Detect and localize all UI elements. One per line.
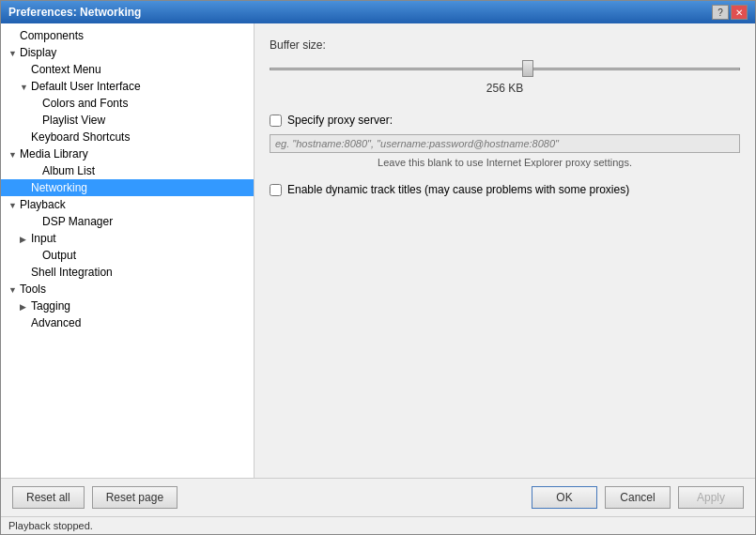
sidebar-item-playback[interactable]: ▼Playback	[1, 196, 254, 213]
buffer-section: Buffer size: 256 KB	[270, 38, 740, 95]
sidebar-item-default-ui[interactable]: ▼Default User Interface	[1, 78, 254, 95]
tree-arrow: ▼	[8, 201, 20, 210]
tree-label: Components	[20, 29, 84, 42]
slider-container: 256 KB	[270, 59, 740, 95]
right-panel: Buffer size: 256 KB Specify p	[255, 23, 755, 478]
bottom-bar: Reset all Reset page OK Cancel Apply	[1, 478, 755, 516]
tree-label: Tools	[20, 283, 46, 296]
proxy-hint: Leave this blank to use Internet Explore…	[270, 157, 740, 168]
tree-label: Advanced	[31, 316, 81, 329]
tree-label: Album List	[42, 164, 95, 177]
tree-label: Colors and Fonts	[42, 97, 128, 110]
panel-content: Buffer size: 256 KB Specify p	[270, 38, 740, 463]
slider-track	[270, 59, 740, 78]
window-title: Preferences: Networking	[8, 6, 141, 19]
tree-arrow: ▶	[20, 235, 31, 244]
sidebar-item-networking[interactable]: Networking	[1, 179, 254, 196]
tree-label: DSP Manager	[42, 215, 113, 228]
sidebar-item-display[interactable]: ▼Display	[1, 44, 254, 61]
buffer-label: Buffer size:	[270, 38, 740, 52]
slider-line	[270, 68, 740, 70]
tree-arrow: ▼	[8, 285, 20, 295]
bottom-right-buttons: OK Cancel Apply	[532, 486, 744, 509]
dynamic-titles-label: Enable dynamic track titles (may cause p…	[287, 183, 629, 196]
sidebar-item-advanced[interactable]: Advanced	[1, 314, 254, 331]
proxy-input[interactable]	[270, 134, 740, 153]
sidebar-item-tools[interactable]: ▼Tools	[1, 281, 254, 298]
proxy-checkbox-row: Specify proxy server:	[270, 114, 740, 127]
sidebar-item-input[interactable]: ▶Input	[1, 230, 254, 247]
tree-arrow: ▼	[20, 83, 31, 92]
tree-label: Media Library	[20, 147, 88, 160]
bottom-left-buttons: Reset all Reset page	[12, 486, 177, 509]
tree-label: Playlist View	[42, 114, 105, 127]
tree-label: Default User Interface	[31, 80, 141, 93]
proxy-checkbox[interactable]	[270, 115, 282, 127]
buffer-value: 256 KB	[486, 82, 523, 95]
tree-label: Playback	[20, 198, 66, 211]
ok-button[interactable]: OK	[532, 486, 597, 509]
tree-label: Output	[42, 249, 76, 262]
titlebar: Preferences: Networking ? ✕	[1, 1, 755, 23]
apply-button[interactable]: Apply	[678, 486, 744, 509]
proxy-section: Specify proxy server: Leave this blank t…	[270, 114, 740, 168]
sidebar-item-playlist-view[interactable]: Playlist View	[1, 112, 254, 129]
tree-label: Tagging	[31, 299, 70, 313]
cancel-button[interactable]: Cancel	[605, 486, 671, 509]
sidebar-item-media-library[interactable]: ▼Media Library	[1, 145, 254, 162]
tree-label: Keyboard Shortcuts	[31, 130, 130, 144]
tree-label: Display	[20, 46, 56, 59]
help-button[interactable]: ?	[712, 5, 729, 20]
status-text: Playback stopped.	[8, 520, 93, 531]
sidebar-item-album-list[interactable]: Album List	[1, 162, 254, 179]
statusbar: Playback stopped.	[1, 516, 755, 534]
sidebar-item-keyboard-shortcuts[interactable]: Keyboard Shortcuts	[1, 129, 254, 145]
titlebar-buttons: ? ✕	[712, 5, 748, 20]
tree-arrow: ▼	[8, 49, 20, 58]
sidebar-item-shell-integration[interactable]: Shell Integration	[1, 264, 254, 281]
proxy-checkbox-label: Specify proxy server:	[287, 114, 393, 127]
buffer-slider-thumb[interactable]	[522, 60, 533, 77]
sidebar-item-components[interactable]: Components	[1, 27, 254, 44]
tree-label: Networking	[31, 181, 87, 194]
sidebar-tree: Components▼DisplayContext Menu▼Default U…	[1, 23, 255, 478]
close-button[interactable]: ✕	[731, 5, 748, 20]
main-content: Components▼DisplayContext Menu▼Default U…	[1, 23, 755, 478]
dynamic-titles-row: Enable dynamic track titles (may cause p…	[270, 183, 740, 196]
reset-all-button[interactable]: Reset all	[12, 486, 85, 509]
dynamic-titles-checkbox[interactable]	[270, 184, 282, 196]
sidebar-item-colors-fonts[interactable]: Colors and Fonts	[1, 95, 254, 112]
sidebar-item-context-menu[interactable]: Context Menu	[1, 61, 254, 78]
reset-page-button[interactable]: Reset page	[92, 486, 177, 509]
preferences-window: Preferences: Networking ? ✕ Components▼D…	[0, 0, 756, 535]
sidebar-item-output[interactable]: Output	[1, 247, 254, 264]
tree-label: Context Menu	[31, 63, 101, 76]
tree-label: Input	[31, 232, 56, 245]
sidebar-item-tagging[interactable]: ▶Tagging	[1, 298, 254, 314]
tree-arrow: ▶	[20, 302, 31, 312]
tree-label: Shell Integration	[31, 266, 113, 279]
sidebar-item-dsp-manager[interactable]: DSP Manager	[1, 213, 254, 230]
tree-arrow: ▼	[8, 150, 20, 160]
